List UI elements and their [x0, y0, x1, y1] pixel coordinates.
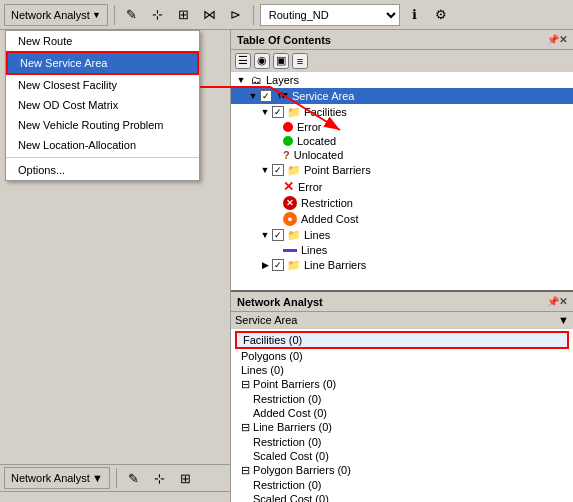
menu-item-new-closest-facility[interactable]: New Closest Facility — [6, 75, 199, 95]
na-item-pb-added-cost[interactable]: Added Cost (0) — [235, 406, 569, 420]
na-sa-text: Service Area — [235, 314, 297, 326]
na-item-polb-restriction[interactable]: Restriction (0) — [235, 478, 569, 492]
checkbox-pb[interactable]: ✓ — [272, 164, 284, 176]
na-item-facilities[interactable]: Facilities (0) — [235, 331, 569, 349]
toc-panel: Table Of Contents 📌 ✕ ☰ ◉ ▣ ≡ ▼ — [231, 30, 573, 292]
tree-item-lines[interactable]: ▼ ✓ 📁 Lines — [231, 227, 573, 243]
menu-item-new-vehicle-routing[interactable]: New Vehicle Routing Problem — [6, 115, 199, 135]
toc-icon-list[interactable]: ☰ — [235, 53, 251, 69]
pb-expand: ⊟ — [241, 378, 253, 390]
toolbar-icon-5[interactable]: ⊳ — [225, 4, 247, 26]
restriction-label: Restriction — [301, 197, 353, 209]
checkbox-lines[interactable]: ✓ — [272, 229, 284, 241]
second-toolbar-icon-2[interactable]: ⊹ — [149, 467, 171, 489]
na-close-icon[interactable]: ✕ — [559, 296, 567, 307]
network-analyst-dropdown-btn[interactable]: Network Analyst ▼ — [4, 4, 108, 26]
dropdown-arrow-icon: ▼ — [92, 10, 101, 20]
toc-pin-icon[interactable]: 📌 — [547, 34, 559, 45]
expand-icon-sa[interactable]: ▼ — [247, 90, 259, 102]
error-label: Error — [297, 121, 321, 133]
toc-tree: ▼ 🗂 Layers ▼ ✓ 🗺 Service Area — [231, 72, 573, 290]
na-item-polygon-barriers[interactable]: ⊟ Polygon Barriers (0) — [235, 463, 569, 478]
left-panel: New Route New Service Area New Closest F… — [0, 30, 230, 502]
added-cost-label: Added Cost — [301, 213, 358, 225]
toc-icon-selection[interactable]: ▣ — [273, 53, 289, 69]
layers-folder-icon: 🗂 — [248, 73, 264, 87]
added-cost-icon: ● — [283, 212, 297, 226]
tree-item-unlocated[interactable]: ? Unlocated — [231, 148, 573, 162]
expand-icon-lines[interactable]: ▼ — [259, 229, 271, 241]
layers-label: Layers — [266, 74, 299, 86]
checkbox-lb[interactable]: ✓ — [272, 259, 284, 271]
toolbar-icon-4[interactable]: ⋈ — [199, 4, 221, 26]
na-header: Network Analyst 📌 ✕ — [231, 292, 573, 312]
menu-item-new-location-allocation[interactable]: New Location-Allocation — [6, 135, 199, 155]
expand-icon-pb[interactable]: ▼ — [259, 164, 271, 176]
second-na-label: Network Analyst — [11, 472, 90, 484]
polb-expand: ⊟ — [241, 464, 253, 476]
lb-icon: 📁 — [286, 258, 302, 272]
na-item-lines[interactable]: Lines (0) — [235, 363, 569, 377]
tree-item-service-area[interactable]: ▼ ✓ 🗺 Service Area — [231, 88, 573, 104]
menu-item-new-route[interactable]: New Route — [6, 31, 199, 51]
network-analyst-label: Network Analyst — [11, 9, 90, 21]
menu-item-options[interactable]: Options... — [6, 160, 199, 180]
na-item-pb-restriction[interactable]: Restriction (0) — [235, 392, 569, 406]
toolbar-separator-2 — [253, 5, 254, 25]
na-pin-icon[interactable]: 📌 — [547, 296, 559, 307]
expand-icon-lb[interactable]: ▶ — [259, 259, 271, 271]
expand-icon-facilities[interactable]: ▼ — [259, 106, 271, 118]
expand-icon-layers[interactable]: ▼ — [235, 74, 247, 86]
located-label: Located — [297, 135, 336, 147]
network-dataset-select[interactable]: Routing_ND — [260, 4, 400, 26]
main-toolbar: Network Analyst ▼ ✎ ⊹ ⊞ ⋈ ⊳ Routing_ND ℹ… — [0, 0, 573, 30]
tree-item-layers[interactable]: ▼ 🗂 Layers — [231, 72, 573, 88]
menu-item-new-service-area[interactable]: New Service Area — [6, 51, 199, 75]
tree-item-error[interactable]: Error — [231, 120, 573, 134]
facilities-icon: 📁 — [286, 105, 302, 119]
tree-item-point-barriers[interactable]: ▼ ✓ 📁 Point Barriers — [231, 162, 573, 178]
tree-item-added-cost[interactable]: ● Added Cost — [231, 211, 573, 227]
point-error-label: Error — [298, 181, 322, 193]
na-item-point-barriers[interactable]: ⊟ Point Barriers (0) — [235, 377, 569, 392]
menu-separator — [6, 157, 199, 158]
na-item-lb-scaled-cost[interactable]: Scaled Cost (0) — [235, 449, 569, 463]
sa-layer-icon: 🗺 — [274, 89, 290, 103]
restriction-icon: ✕ — [283, 196, 297, 210]
second-network-analyst-btn[interactable]: Network Analyst ▼ — [4, 467, 110, 489]
tree-item-facilities[interactable]: ▼ ✓ 📁 Facilities — [231, 104, 573, 120]
checkbox-sa[interactable]: ✓ — [260, 90, 272, 102]
located-legend-dot — [283, 136, 293, 146]
toc-icon-drawing-order[interactable]: ≡ — [292, 53, 308, 69]
toolbar-icon-2[interactable]: ⊹ — [147, 4, 169, 26]
unlocated-label: Unlocated — [294, 149, 344, 161]
tree-item-line-barriers[interactable]: ▶ ✓ 📁 Line Barriers — [231, 257, 573, 273]
lb-expand: ⊟ — [241, 421, 253, 433]
unlocated-icon: ? — [283, 149, 290, 161]
right-panel: Table Of Contents 📌 ✕ ☰ ◉ ▣ ≡ ▼ — [230, 30, 573, 502]
toc-scroll-area: ▼ 🗂 Layers ▼ ✓ 🗺 Service Area — [231, 72, 573, 290]
toolbar-icon-1[interactable]: ✎ — [121, 4, 143, 26]
second-toolbar-icon-3[interactable]: ⊞ — [175, 467, 197, 489]
na-item-lb-restriction[interactable]: Restriction (0) — [235, 435, 569, 449]
network-settings-btn[interactable]: ⚙ — [430, 4, 452, 26]
na-item-line-barriers[interactable]: ⊟ Line Barriers (0) — [235, 420, 569, 435]
toc-close-icon[interactable]: ✕ — [559, 34, 567, 45]
checkbox-facilities[interactable]: ✓ — [272, 106, 284, 118]
tree-item-point-error[interactable]: ✕ Error — [231, 178, 573, 195]
na-content: Facilities (0) Polygons (0) Lines (0) ⊟ … — [231, 329, 573, 502]
toolbar-icon-3[interactable]: ⊞ — [173, 4, 195, 26]
menu-item-new-od-cost-matrix[interactable]: New OD Cost Matrix — [6, 95, 199, 115]
toc-icon-visibility[interactable]: ◉ — [254, 53, 270, 69]
second-toolbar-icon-1[interactable]: ✎ — [123, 467, 145, 489]
lines-icon: 📁 — [286, 228, 302, 242]
na-item-polygons[interactable]: Polygons (0) — [235, 349, 569, 363]
toc-title: Table Of Contents — [237, 34, 331, 46]
tree-item-located[interactable]: Located — [231, 134, 573, 148]
na-dropdown-btn[interactable]: ▼ — [558, 314, 569, 326]
tree-item-restriction[interactable]: ✕ Restriction — [231, 195, 573, 211]
network-info-btn[interactable]: ℹ — [404, 4, 426, 26]
na-header-controls: 📌 ✕ — [543, 296, 567, 307]
tree-item-lines-item[interactable]: Lines — [231, 243, 573, 257]
na-item-polb-scaled-cost[interactable]: Scaled Cost (0) — [235, 492, 569, 502]
